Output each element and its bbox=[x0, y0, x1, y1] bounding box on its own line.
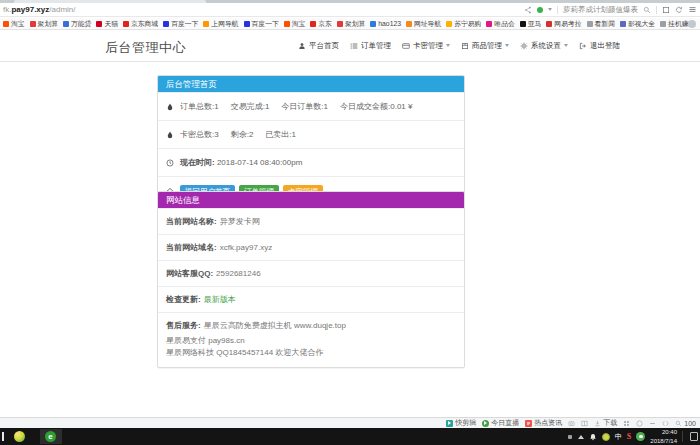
nav-label: 平台首页 bbox=[309, 41, 339, 51]
tray-expand-chevron-icon[interactable] bbox=[578, 435, 584, 439]
bookmark-item[interactable]: 亚马 bbox=[520, 19, 542, 29]
window-split-icon[interactable] bbox=[581, 420, 588, 427]
status-label: 热点资讯 bbox=[534, 418, 562, 428]
bookmark-favicon bbox=[284, 21, 290, 27]
chevron-down-icon bbox=[505, 44, 509, 47]
bookmark-label: 唯品会 bbox=[494, 19, 514, 29]
bookmark-item[interactable]: 网易考拉 bbox=[546, 19, 581, 29]
after-sales-line: 星辰网络科技 QQ1845457144 欢迎大佬合作 bbox=[166, 347, 456, 359]
system-tray: 中 S 20:40 2018/7/14 bbox=[567, 428, 698, 445]
clock-date: 2018/7/14 bbox=[650, 437, 677, 445]
card-icon bbox=[402, 42, 410, 50]
notification-bell-icon[interactable] bbox=[589, 433, 597, 441]
share-icon[interactable] bbox=[524, 6, 532, 14]
nav-item-platform-home[interactable]: 平台首页 bbox=[298, 41, 339, 51]
bookmark-item[interactable]: 聚划算 bbox=[30, 19, 58, 29]
zoom-icon bbox=[675, 420, 682, 427]
bookmark-label: 天猫 bbox=[104, 19, 118, 29]
bookmark-item[interactable]: 淘宝 bbox=[3, 19, 25, 29]
bookmark-item[interactable]: 苏宁易购 bbox=[446, 19, 481, 29]
stat-cards-sold: 已卖出:1 bbox=[265, 129, 296, 140]
site-domain-value: xcfk.pay97.xyz bbox=[220, 243, 272, 252]
sidebar-toggle-icon[interactable] bbox=[649, 420, 656, 427]
chevron-down-icon bbox=[446, 44, 450, 47]
reader-mode-icon[interactable] bbox=[662, 420, 669, 427]
nav-item-order-management[interactable]: 订单管理 bbox=[350, 41, 391, 51]
nav-item-system-settings[interactable]: 系统设置 bbox=[520, 41, 568, 51]
hot-news-button[interactable]: 热点资讯 bbox=[525, 418, 562, 428]
current-time-row: 现在时间: 2018-07-14 08:40:00pm bbox=[158, 148, 464, 176]
service-qq-value: 2592681246 bbox=[216, 269, 261, 278]
bookmark-favicon bbox=[30, 21, 36, 27]
bookmark-item[interactable]: 京东 bbox=[310, 19, 332, 29]
zoom-indicator[interactable]: 100 bbox=[675, 420, 696, 427]
menu-icon[interactable] bbox=[688, 5, 697, 14]
search-input[interactable]: 萝莉养成计划颜值爆表 bbox=[563, 5, 638, 15]
ime-language-indicator[interactable]: 中 bbox=[615, 432, 622, 442]
bookmark-item[interactable]: 上网导航 bbox=[203, 19, 238, 29]
bookmark-item[interactable]: 影视大全 bbox=[620, 19, 655, 29]
chevron-down-icon[interactable] bbox=[548, 8, 552, 11]
bookmark-label: 京东商城 bbox=[131, 19, 158, 29]
url-field[interactable]: fk.pay97.xyz/admin/ bbox=[3, 5, 76, 14]
apps-grid-icon[interactable] bbox=[623, 420, 630, 427]
nav-item-logout[interactable]: 退出登陆 bbox=[579, 41, 620, 51]
extension-status-icon[interactable] bbox=[537, 7, 543, 13]
sogou-input-icon[interactable]: S bbox=[627, 432, 631, 441]
bookmark-favicon bbox=[244, 21, 250, 27]
start-button[interactable] bbox=[2, 432, 4, 441]
bookmark-label: 百度一下 bbox=[171, 19, 198, 29]
bookmark-item[interactable]: hao123 bbox=[370, 20, 401, 27]
url-domain: pay97.xyz bbox=[11, 5, 49, 14]
bookmark-item[interactable]: 聚划算 bbox=[337, 19, 365, 29]
action-center-icon[interactable] bbox=[690, 432, 698, 441]
update-status-link[interactable]: 最新版本 bbox=[204, 295, 236, 304]
site-name-label: 当前网站名称: bbox=[166, 217, 217, 226]
stat-cards-remaining: 剩余:2 bbox=[231, 129, 254, 140]
bookmark-label: 聚划算 bbox=[38, 19, 58, 29]
stat-total-orders: 订单总数:1 bbox=[180, 101, 219, 112]
coin-app-icon[interactable] bbox=[602, 433, 610, 441]
bookmark-item[interactable]: 百度一下 bbox=[244, 19, 279, 29]
nav-item-card-management[interactable]: 卡密管理 bbox=[402, 41, 450, 51]
bookmarks-manager-icon[interactable] bbox=[688, 20, 696, 28]
taskbar-browser-icon[interactable]: e bbox=[45, 431, 56, 442]
clock-icon bbox=[166, 159, 174, 167]
bookmark-item[interactable]: 看新闻 bbox=[587, 19, 615, 29]
status-label: 下载 bbox=[603, 418, 617, 428]
bookmark-label: 网址导航 bbox=[414, 19, 441, 29]
live-today-button[interactable]: 今日直播 bbox=[482, 418, 519, 428]
bookmark-item[interactable]: 唯品会 bbox=[486, 19, 514, 29]
screenshot-icon[interactable] bbox=[568, 420, 575, 427]
message-icon[interactable] bbox=[636, 420, 643, 427]
bookmark-favicon bbox=[123, 21, 129, 27]
bookmark-item[interactable]: 天猫 bbox=[96, 19, 118, 29]
taskbar-clock[interactable]: 20:40 2018/7/14 bbox=[650, 428, 677, 444]
bookmark-item[interactable]: 京东商城 bbox=[123, 19, 158, 29]
app-header: 后台管理中心 平台首页 订单管理 卡密管理 商品管理 系统设置 退出登陆 bbox=[0, 30, 700, 62]
bookmark-favicon bbox=[310, 21, 316, 27]
search-icon[interactable] bbox=[643, 6, 651, 14]
download-icon bbox=[594, 420, 601, 427]
undo-icon[interactable] bbox=[675, 6, 683, 14]
window-icon[interactable] bbox=[662, 6, 670, 14]
bookmark-favicon bbox=[546, 21, 552, 27]
download-button[interactable]: 下载 bbox=[594, 418, 617, 428]
after-sales-line: 星辰易支付 pay98s.cn bbox=[166, 335, 456, 347]
taskbar-app-360-icon[interactable] bbox=[14, 431, 25, 442]
bookmark-label: 聚划算 bbox=[345, 19, 365, 29]
bookmark-item[interactable]: 万能贷 bbox=[63, 19, 91, 29]
nav-label: 退出登陆 bbox=[590, 41, 620, 51]
bookmark-item[interactable]: 网址导航 bbox=[406, 19, 441, 29]
wechat-icon[interactable] bbox=[636, 432, 645, 441]
bookmark-label: 淘宝 bbox=[11, 19, 25, 29]
nav-item-product-management[interactable]: 商品管理 bbox=[461, 41, 509, 51]
quick-clip-button[interactable]: 快剪辑 bbox=[446, 418, 476, 428]
bookmark-favicon bbox=[406, 21, 412, 27]
tray-app-icon[interactable] bbox=[567, 434, 573, 440]
live-icon bbox=[482, 420, 489, 427]
bookmark-item[interactable]: 百度一下 bbox=[163, 19, 198, 29]
news-icon bbox=[525, 420, 532, 427]
bookmark-item[interactable]: 淘宝 bbox=[284, 19, 306, 29]
bookmark-favicon bbox=[96, 21, 102, 27]
